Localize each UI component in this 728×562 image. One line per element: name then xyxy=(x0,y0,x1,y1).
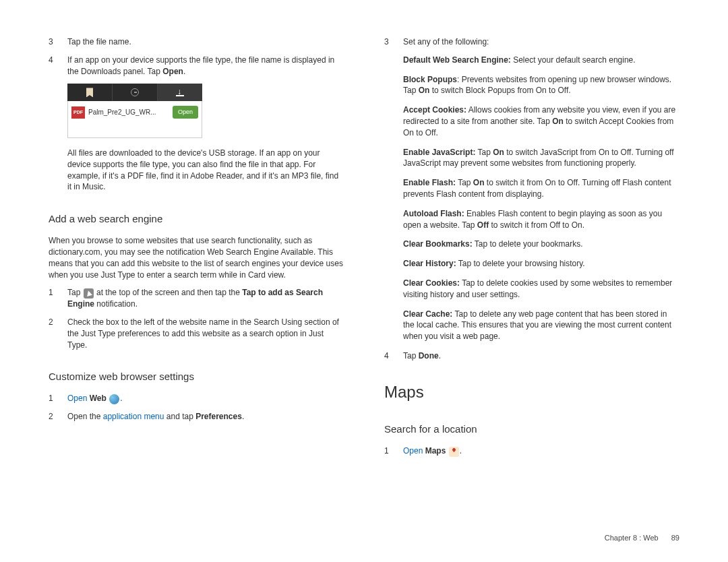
text: Tap xyxy=(403,351,419,361)
text: . xyxy=(183,67,185,76)
add-search-intro: When you browse to some websites that us… xyxy=(49,235,344,280)
download-icon xyxy=(175,88,185,97)
step-number: 2 xyxy=(49,317,67,350)
bookmark-icon xyxy=(86,88,93,97)
screenshot-tabbar xyxy=(67,84,202,101)
step-number: 1 xyxy=(49,393,67,404)
setting-default-search: Default Web Search Engine: Select your d… xyxy=(403,55,679,66)
clock-icon xyxy=(131,88,139,96)
label: Clear Bookmarks: xyxy=(403,239,473,249)
step-number: 4 xyxy=(49,55,67,77)
text: Tap xyxy=(67,288,83,297)
text: . xyxy=(460,446,462,456)
step-text: If an app on your device supports the fi… xyxy=(67,55,344,77)
download-filename: Palm_Pre2_UG_WR... xyxy=(88,108,169,117)
on-bold: On xyxy=(552,117,564,126)
step-3-right: 3 Set any of the following: xyxy=(384,36,679,48)
open-button: Open xyxy=(173,106,198,119)
open-link: Open xyxy=(67,394,87,403)
setting-enable-javascript: Enable JavaScript: Tap On to switch Java… xyxy=(403,147,679,170)
off-bold: Off xyxy=(477,220,489,230)
setting-block-popups: Block Popups: Prevents websites from ope… xyxy=(403,74,679,97)
step-number: 1 xyxy=(384,445,403,457)
label: Clear Cookies: xyxy=(403,278,460,288)
text: Tap xyxy=(475,148,493,157)
text: Tap to delete your bookmarks. xyxy=(473,239,583,249)
text: Tap to delete your browsing history. xyxy=(456,259,585,268)
usb-storage-note: All files are downloaded to the device's… xyxy=(67,148,344,193)
step-text: Open Web . xyxy=(67,393,344,404)
setting-accept-cookies: Accept Cookies: Allows cookies from any … xyxy=(403,104,679,138)
text: . xyxy=(120,394,122,403)
label: Default Web Search Engine: xyxy=(403,55,511,65)
label: Enable Flash: xyxy=(403,178,456,187)
step-4-left: 4 If an app on your device supports the … xyxy=(49,55,344,77)
bold-open: Open xyxy=(162,67,183,76)
downloads-tab xyxy=(158,84,202,101)
web-bold: Web xyxy=(90,394,107,403)
chapter-label: Chapter 8 : Web xyxy=(605,534,659,542)
text: Open the xyxy=(67,412,103,421)
label: Clear Cache: xyxy=(403,309,452,319)
step-text: Tap Done. xyxy=(403,350,679,362)
setting-clear-cache: Clear Cache: Tap to delete any web page … xyxy=(403,309,679,342)
add-step-1: 1 Tap at the top of the screen and then … xyxy=(49,287,344,310)
heading-customize-browser: Customize web browser settings xyxy=(49,369,344,383)
step-3-left: 3 Tap the file name. xyxy=(49,36,344,48)
right-column: 3 Set any of the following: Default Web … xyxy=(384,36,679,464)
step-text: Tap at the top of the screen and then ta… xyxy=(67,287,344,310)
left-column: 3 Tap the file name. 4 If an app on your… xyxy=(49,36,344,464)
setting-clear-history: Clear History: Tap to delete your browsi… xyxy=(403,258,679,270)
customize-step-1: 1 Open Web . xyxy=(49,393,344,404)
pdf-icon: PDF xyxy=(71,106,85,119)
step-4-right: 4 Tap Done. xyxy=(384,350,679,362)
step-number: 2 xyxy=(49,411,67,423)
open-link: Open xyxy=(403,446,423,456)
text: and tap xyxy=(164,412,195,421)
preferences-bold: Preferences xyxy=(195,412,242,421)
step-text: Open Maps . xyxy=(403,445,679,457)
step-text: Tap the file name. xyxy=(67,36,344,48)
on-bold: On xyxy=(473,178,485,187)
history-tab xyxy=(113,84,158,101)
bookmarks-tab xyxy=(67,84,113,101)
label: Block Popups xyxy=(403,75,457,84)
step-number: 4 xyxy=(384,350,403,362)
app-menu-link: application menu xyxy=(103,412,164,421)
text: Select your default search engine. xyxy=(511,55,636,65)
on-bold: On xyxy=(419,86,430,95)
maps-pin-icon xyxy=(449,447,459,457)
setting-clear-cookies: Clear Cookies: Tap to delete cookies use… xyxy=(403,278,679,301)
heading-maps: Maps xyxy=(384,381,679,404)
step-number: 3 xyxy=(384,36,403,48)
setting-enable-flash: Enable Flash: Tap On to switch it from O… xyxy=(403,177,679,200)
step-text: Check the box to the left of the website… xyxy=(67,317,344,350)
text: . xyxy=(242,412,244,421)
text: to switch Block Popups from On to Off. xyxy=(429,86,570,95)
downloads-panel-screenshot: PDF Palm_Pre2_UG_WR... Open xyxy=(67,84,202,138)
heading-search-location: Search for a location xyxy=(384,422,679,436)
text: Tap xyxy=(456,178,473,187)
web-globe-icon xyxy=(109,394,119,404)
label: Clear History: xyxy=(403,259,456,268)
wedge-icon xyxy=(84,288,94,299)
download-row: PDF Palm_Pre2_UG_WR... Open xyxy=(67,101,202,138)
text: to switch it from Off to On. xyxy=(489,220,584,230)
done-bold: Done xyxy=(419,351,439,361)
text: If an app on your device supports the fi… xyxy=(67,55,334,76)
text: . xyxy=(439,351,441,361)
step-text: Open the application menu and tap Prefer… xyxy=(67,411,344,423)
label: Accept Cookies: xyxy=(403,105,466,115)
step-number: 1 xyxy=(49,287,67,310)
setting-autoload-flash: Autoload Flash: Enables Flash content to… xyxy=(403,208,679,231)
customize-step-2: 2 Open the application menu and tap Pref… xyxy=(49,411,344,423)
maps-step-1: 1 Open Maps . xyxy=(384,445,679,457)
setting-clear-bookmarks: Clear Bookmarks: Tap to delete your book… xyxy=(403,239,679,250)
label: Autoload Flash: xyxy=(403,209,464,218)
on-bold: On xyxy=(493,148,504,157)
page-number: 89 xyxy=(671,534,679,542)
step-text: Set any of the following: xyxy=(403,36,679,48)
page-footer: Chapter 8 : Web 89 xyxy=(605,533,679,543)
add-step-2: 2 Check the box to the left of the websi… xyxy=(49,317,344,350)
text: notification. xyxy=(94,299,138,309)
